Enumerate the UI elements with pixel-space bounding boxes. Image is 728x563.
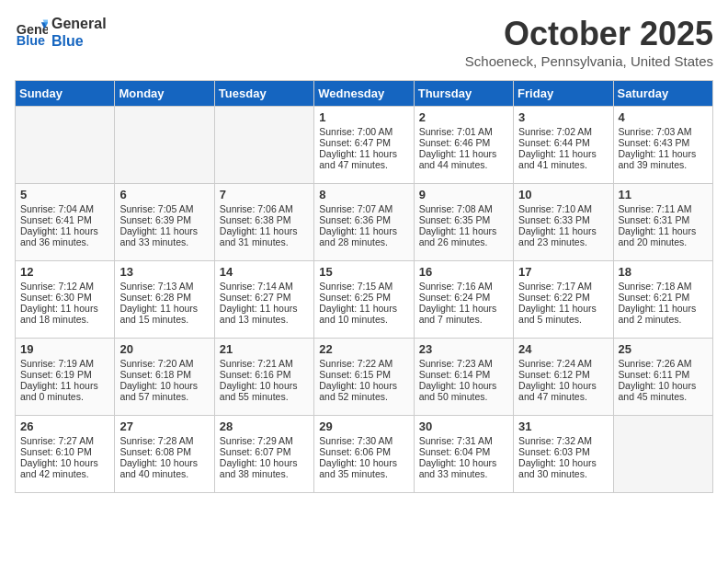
day-info: Sunrise: 7:23 AMSunset: 6:14 PMDaylight:… xyxy=(419,358,497,402)
calendar-cell: 26Sunrise: 7:27 AMSunset: 6:10 PMDayligh… xyxy=(16,416,115,493)
logo-icon: General Blue xyxy=(15,16,48,49)
col-header-friday: Friday xyxy=(514,81,613,107)
day-number: 2 xyxy=(419,110,508,124)
day-number: 30 xyxy=(419,419,508,433)
day-number: 19 xyxy=(20,342,109,356)
day-number: 21 xyxy=(220,342,309,356)
day-info: Sunrise: 7:07 AMSunset: 6:36 PMDaylight:… xyxy=(319,203,397,247)
calendar-cell: 29Sunrise: 7:30 AMSunset: 6:06 PMDayligh… xyxy=(314,416,414,493)
day-number: 22 xyxy=(319,342,408,356)
calendar-cell: 5Sunrise: 7:04 AMSunset: 6:41 PMDaylight… xyxy=(16,184,115,261)
calendar-cell: 4Sunrise: 7:03 AMSunset: 6:43 PMDaylight… xyxy=(613,107,712,184)
title-block: October 2025 Schoeneck, Pennsylvania, Un… xyxy=(465,15,713,69)
day-info: Sunrise: 7:01 AMSunset: 6:46 PMDaylight:… xyxy=(419,126,497,170)
calendar-cell: 11Sunrise: 7:11 AMSunset: 6:31 PMDayligh… xyxy=(613,184,712,261)
day-number: 23 xyxy=(419,342,508,356)
day-number: 18 xyxy=(619,265,708,279)
day-number: 5 xyxy=(20,188,109,201)
calendar-cell: 30Sunrise: 7:31 AMSunset: 6:04 PMDayligh… xyxy=(414,416,513,493)
calendar-cell: 21Sunrise: 7:21 AMSunset: 6:16 PMDayligh… xyxy=(214,339,313,416)
week-row-3: 12Sunrise: 7:12 AMSunset: 6:30 PMDayligh… xyxy=(16,261,713,339)
day-number: 20 xyxy=(119,342,209,356)
day-number: 8 xyxy=(319,188,408,201)
day-info: Sunrise: 7:21 AMSunset: 6:16 PMDaylight:… xyxy=(220,358,298,402)
day-info: Sunrise: 7:29 AMSunset: 6:07 PMDaylight:… xyxy=(220,435,298,479)
day-info: Sunrise: 7:16 AMSunset: 6:24 PMDaylight:… xyxy=(419,281,497,325)
day-number: 7 xyxy=(220,188,309,201)
day-number: 6 xyxy=(119,188,209,201)
day-info: Sunrise: 7:13 AMSunset: 6:28 PMDaylight:… xyxy=(119,281,198,325)
day-info: Sunrise: 7:14 AMSunset: 6:27 PMDaylight:… xyxy=(220,281,298,325)
day-number: 17 xyxy=(518,265,608,279)
day-info: Sunrise: 7:05 AMSunset: 6:39 PMDaylight:… xyxy=(119,203,198,247)
calendar-cell: 18Sunrise: 7:18 AMSunset: 6:21 PMDayligh… xyxy=(613,261,712,339)
day-number: 1 xyxy=(319,110,408,124)
calendar-cell: 28Sunrise: 7:29 AMSunset: 6:07 PMDayligh… xyxy=(214,416,313,493)
day-number: 25 xyxy=(619,342,708,356)
day-info: Sunrise: 7:11 AMSunset: 6:31 PMDaylight:… xyxy=(619,203,697,247)
calendar-cell: 17Sunrise: 7:17 AMSunset: 6:22 PMDayligh… xyxy=(514,261,613,339)
calendar-cell: 13Sunrise: 7:13 AMSunset: 6:28 PMDayligh… xyxy=(115,261,214,339)
day-number: 29 xyxy=(319,419,408,433)
month-title: October 2025 xyxy=(465,15,713,53)
day-info: Sunrise: 7:20 AMSunset: 6:18 PMDaylight:… xyxy=(119,358,198,402)
day-info: Sunrise: 7:27 AMSunset: 6:10 PMDaylight:… xyxy=(20,435,98,479)
day-info: Sunrise: 7:03 AMSunset: 6:43 PMDaylight:… xyxy=(619,126,697,170)
calendar-cell: 15Sunrise: 7:15 AMSunset: 6:25 PMDayligh… xyxy=(314,261,414,339)
day-info: Sunrise: 7:17 AMSunset: 6:22 PMDaylight:… xyxy=(518,281,597,325)
calendar-cell: 9Sunrise: 7:08 AMSunset: 6:35 PMDaylight… xyxy=(414,184,513,261)
day-info: Sunrise: 7:32 AMSunset: 6:03 PMDaylight:… xyxy=(518,435,597,479)
day-info: Sunrise: 7:30 AMSunset: 6:06 PMDaylight:… xyxy=(319,435,397,479)
day-number: 26 xyxy=(20,419,109,433)
calendar-cell: 20Sunrise: 7:20 AMSunset: 6:18 PMDayligh… xyxy=(115,339,214,416)
week-row-2: 5Sunrise: 7:04 AMSunset: 6:41 PMDaylight… xyxy=(16,184,713,261)
calendar-cell: 6Sunrise: 7:05 AMSunset: 6:39 PMDaylight… xyxy=(115,184,214,261)
day-info: Sunrise: 7:12 AMSunset: 6:30 PMDaylight:… xyxy=(20,281,98,325)
calendar-cell xyxy=(613,416,712,493)
page-header: General Blue General Blue October 2025 S… xyxy=(15,15,713,69)
calendar-cell: 7Sunrise: 7:06 AMSunset: 6:38 PMDaylight… xyxy=(214,184,313,261)
logo-general: General xyxy=(51,15,107,32)
calendar-cell xyxy=(214,107,313,184)
week-row-1: 1Sunrise: 7:00 AMSunset: 6:47 PMDaylight… xyxy=(16,107,713,184)
day-info: Sunrise: 7:08 AMSunset: 6:35 PMDaylight:… xyxy=(419,203,497,247)
day-info: Sunrise: 7:19 AMSunset: 6:19 PMDaylight:… xyxy=(20,358,98,402)
col-header-saturday: Saturday xyxy=(613,81,712,107)
day-number: 28 xyxy=(220,419,309,433)
week-row-5: 26Sunrise: 7:27 AMSunset: 6:10 PMDayligh… xyxy=(16,416,713,493)
day-number: 16 xyxy=(419,265,508,279)
logo: General Blue General Blue xyxy=(15,15,107,50)
calendar-cell: 12Sunrise: 7:12 AMSunset: 6:30 PMDayligh… xyxy=(16,261,115,339)
col-header-thursday: Thursday xyxy=(414,81,513,107)
calendar-cell xyxy=(16,107,115,184)
calendar-cell: 3Sunrise: 7:02 AMSunset: 6:44 PMDaylight… xyxy=(514,107,613,184)
day-info: Sunrise: 7:22 AMSunset: 6:15 PMDaylight:… xyxy=(319,358,397,402)
day-number: 9 xyxy=(419,188,508,201)
calendar-cell xyxy=(115,107,214,184)
calendar-cell: 16Sunrise: 7:16 AMSunset: 6:24 PMDayligh… xyxy=(414,261,513,339)
day-info: Sunrise: 7:02 AMSunset: 6:44 PMDaylight:… xyxy=(518,126,597,170)
day-number: 3 xyxy=(518,110,608,124)
day-number: 24 xyxy=(518,342,608,356)
calendar-table: SundayMondayTuesdayWednesdayThursdayFrid… xyxy=(15,80,713,493)
location: Schoeneck, Pennsylvania, United States xyxy=(465,53,713,69)
day-number: 27 xyxy=(119,419,209,433)
day-info: Sunrise: 7:28 AMSunset: 6:08 PMDaylight:… xyxy=(119,435,198,479)
day-info: Sunrise: 7:26 AMSunset: 6:11 PMDaylight:… xyxy=(619,358,697,402)
calendar-cell: 14Sunrise: 7:14 AMSunset: 6:27 PMDayligh… xyxy=(214,261,313,339)
day-number: 4 xyxy=(619,110,708,124)
day-number: 31 xyxy=(518,419,608,433)
calendar-cell: 31Sunrise: 7:32 AMSunset: 6:03 PMDayligh… xyxy=(514,416,613,493)
calendar-cell: 19Sunrise: 7:19 AMSunset: 6:19 PMDayligh… xyxy=(16,339,115,416)
day-number: 11 xyxy=(619,188,708,201)
calendar-cell: 23Sunrise: 7:23 AMSunset: 6:14 PMDayligh… xyxy=(414,339,513,416)
day-number: 10 xyxy=(518,188,608,201)
day-info: Sunrise: 7:00 AMSunset: 6:47 PMDaylight:… xyxy=(319,126,397,170)
day-info: Sunrise: 7:24 AMSunset: 6:12 PMDaylight:… xyxy=(518,358,597,402)
day-info: Sunrise: 7:15 AMSunset: 6:25 PMDaylight:… xyxy=(319,281,397,325)
calendar-cell: 22Sunrise: 7:22 AMSunset: 6:15 PMDayligh… xyxy=(314,339,414,416)
day-number: 14 xyxy=(220,265,309,279)
calendar-cell: 27Sunrise: 7:28 AMSunset: 6:08 PMDayligh… xyxy=(115,416,214,493)
col-header-tuesday: Tuesday xyxy=(214,81,313,107)
col-header-wednesday: Wednesday xyxy=(314,81,414,107)
